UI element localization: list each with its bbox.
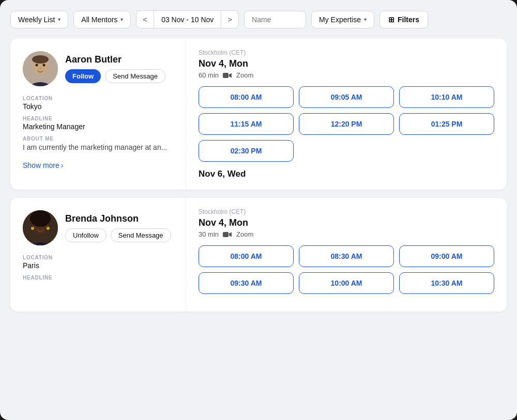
time-slot-button[interactable]: 01:25 PM <box>399 113 494 135</box>
time-slot-button[interactable]: 12:20 PM <box>299 113 394 135</box>
headline-label: HEADLINE <box>23 116 173 121</box>
time-slot-button[interactable]: 11:15 AM <box>199 113 294 135</box>
mentor-card: Aaron Butler Follow Send Message LOCATIO… <box>10 39 507 190</box>
about-section: ABOUT ME I am currently the marketing ma… <box>23 136 173 153</box>
send-message-button[interactable]: Send Message <box>105 69 165 83</box>
svg-point-6 <box>39 68 41 69</box>
follow-button[interactable]: Follow <box>65 69 101 83</box>
top-bar: Weekly List ▾ All Mentors ▾ < 03 Nov - 1… <box>10 10 507 28</box>
mentor-info: Aaron Butler Follow Send Message <box>65 54 165 83</box>
time-slots-grid: 08:00 AM09:05 AM10:10 AM11:15 AM12:20 PM… <box>199 86 494 162</box>
time-slot-button[interactable]: 08:00 AM <box>199 245 294 267</box>
session-day: Nov 4, Mon <box>199 217 494 228</box>
svg-point-4 <box>36 64 38 67</box>
unfollow-button[interactable]: Unfollow <box>65 228 107 242</box>
mentor-card-right: Stockholm (CET) Nov 4, Mon 30 min Zoom 0… <box>186 198 507 312</box>
location-label: LOCATION <box>23 96 173 101</box>
mentor-name: Aaron Butler <box>65 54 165 65</box>
next-date-button[interactable]: > <box>221 11 238 28</box>
all-mentors-dropdown[interactable]: All Mentors ▾ <box>73 11 131 28</box>
zoom-icon <box>223 72 232 79</box>
send-message-button[interactable]: Send Message <box>111 228 171 242</box>
time-slot-button[interactable]: 10:10 AM <box>399 86 494 108</box>
timezone-label: Stockholm (CET) <box>199 49 494 56</box>
headline-section: HEADLINE Marketing Manager <box>23 116 173 131</box>
mentor-header: Brenda Johnson Unfollow Send Message <box>23 210 173 245</box>
location-label: LOCATION <box>23 255 173 260</box>
mentor-actions: Unfollow Send Message <box>65 228 171 242</box>
avatar <box>23 210 58 245</box>
time-slot-button[interactable]: 09:05 AM <box>299 86 394 108</box>
location-value: Paris <box>23 261 173 270</box>
svg-rect-17 <box>223 232 229 237</box>
chevron-down-icon: ▾ <box>120 17 123 22</box>
chevron-down-icon: › <box>61 161 64 169</box>
app-container: Weekly List ▾ All Mentors ▾ < 03 Nov - 1… <box>0 0 517 420</box>
mentor-actions: Follow Send Message <box>65 69 165 83</box>
expertise-dropdown[interactable]: My Expertise ▾ <box>311 11 374 28</box>
location-section: LOCATION Paris <box>23 255 173 270</box>
name-input[interactable] <box>244 11 306 28</box>
filters-icon: ⊞ <box>388 15 394 24</box>
prev-date-button[interactable]: < <box>136 11 154 28</box>
date-nav: < 03 Nov - 10 Nov > <box>136 10 239 28</box>
location-value: Tokyo <box>23 102 173 111</box>
session-meta: 30 min Zoom <box>199 230 494 238</box>
mentor-info: Brenda Johnson Unfollow Send Message <box>65 213 171 242</box>
svg-point-5 <box>43 64 45 67</box>
headline-section: HEADLINE <box>23 275 173 281</box>
headline-label: HEADLINE <box>23 275 173 281</box>
time-slots-grid: 08:00 AM08:30 AM09:00 AM09:30 AM10:00 AM… <box>199 245 494 294</box>
mentor-card-left: Aaron Butler Follow Send Message LOCATIO… <box>10 39 186 190</box>
session-meta: 60 min Zoom <box>199 71 494 79</box>
time-slot-button[interactable]: 09:00 AM <box>399 245 494 267</box>
mentor-card-left: Brenda Johnson Unfollow Send Message LOC… <box>10 198 186 312</box>
about-label: ABOUT ME <box>23 136 173 142</box>
svg-point-13 <box>36 224 38 226</box>
time-slot-button[interactable]: 02:30 PM <box>199 140 294 162</box>
session-day: Nov 4, Mon <box>199 58 494 69</box>
session-platform: Zoom <box>236 71 253 79</box>
time-slot-button[interactable]: 10:00 AM <box>299 272 394 294</box>
chevron-down-icon: ▾ <box>58 17 60 22</box>
svg-point-16 <box>47 227 50 230</box>
svg-point-3 <box>32 55 49 64</box>
mentor-card-right: Stockholm (CET) Nov 4, Mon 60 min Zoom 0… <box>186 39 507 190</box>
filters-button[interactable]: ⊞ Filters <box>379 11 428 28</box>
weekly-list-dropdown[interactable]: Weekly List ▾ <box>10 11 68 28</box>
mentor-card: Brenda Johnson Unfollow Send Message LOC… <box>10 198 507 312</box>
date-range-label: 03 Nov - 10 Nov <box>154 11 221 28</box>
mentor-header: Aaron Butler Follow Send Message <box>23 51 173 86</box>
about-value: I am currently the marketing manager at … <box>23 143 173 153</box>
time-slot-button[interactable]: 10:30 AM <box>399 272 494 294</box>
zoom-icon <box>223 231 232 238</box>
time-slot-button[interactable]: 09:30 AM <box>199 272 294 294</box>
svg-rect-7 <box>223 73 229 78</box>
time-slot-button[interactable]: 08:00 AM <box>199 86 294 108</box>
avatar <box>23 51 58 86</box>
svg-point-14 <box>43 224 45 226</box>
session-duration: 60 min <box>199 71 219 79</box>
location-section: LOCATION Tokyo <box>23 96 173 111</box>
headline-value: Marketing Manager <box>23 122 173 131</box>
next-day-label: Nov 6, Wed <box>199 169 494 179</box>
svg-point-15 <box>31 227 34 230</box>
chevron-down-icon: ▾ <box>364 17 367 22</box>
time-slot-button[interactable]: 08:30 AM <box>299 245 394 267</box>
svg-point-12 <box>31 210 50 225</box>
session-platform: Zoom <box>236 230 253 238</box>
mentor-name: Brenda Johnson <box>65 213 171 224</box>
session-duration: 30 min <box>199 230 219 238</box>
show-more-button[interactable]: Show more › <box>23 161 63 169</box>
timezone-label: Stockholm (CET) <box>199 208 494 215</box>
